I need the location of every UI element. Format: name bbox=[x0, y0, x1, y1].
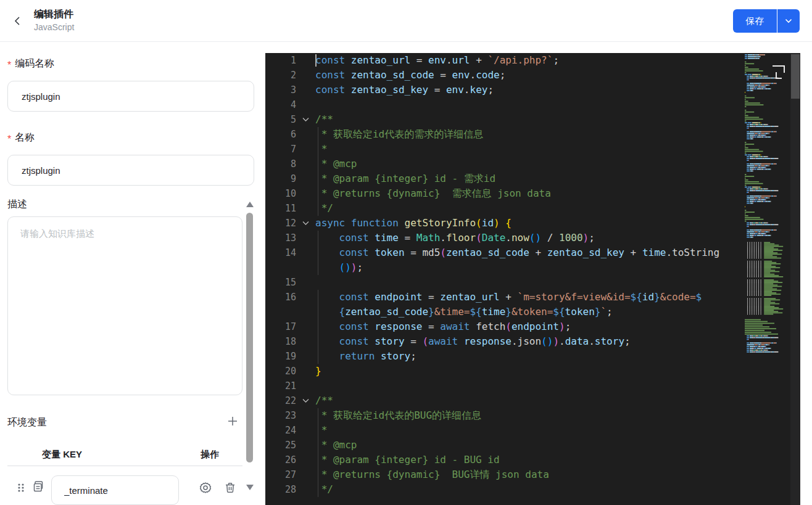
code-line[interactable]: 17 const response = await fetch(endpoint… bbox=[265, 319, 800, 334]
code-line[interactable]: 5/** bbox=[265, 112, 800, 127]
code-text: * @mcp bbox=[315, 438, 357, 453]
line-number: 14 bbox=[265, 245, 296, 260]
code-line[interactable]: 22/** bbox=[265, 393, 800, 408]
code-line[interactable]: 7 * bbox=[265, 142, 800, 157]
code-text: const zentao_sd_key = env.key; bbox=[315, 83, 494, 97]
page-subtitle: JavaScript bbox=[34, 21, 74, 33]
code-line[interactable]: 27 * @returns {dynamic} BUG详情 json data bbox=[265, 467, 800, 482]
env-var-key-input[interactable] bbox=[51, 475, 179, 505]
code-text: * @mcp bbox=[315, 157, 357, 171]
line-number: 15 bbox=[265, 275, 296, 290]
line-number: 24 bbox=[265, 423, 296, 438]
line-number: 3 bbox=[265, 83, 296, 97]
name-input[interactable] bbox=[7, 155, 254, 186]
line-number: 25 bbox=[265, 438, 296, 453]
table-divider bbox=[7, 466, 242, 466]
fold-chevron-icon[interactable] bbox=[296, 393, 315, 408]
fold-chevron-icon[interactable] bbox=[296, 112, 315, 127]
settings-button[interactable] bbox=[198, 481, 213, 496]
code-text: ()); bbox=[315, 260, 363, 275]
fold-gutter bbox=[296, 319, 315, 334]
code-line[interactable]: 26 * @param {integer} id - BUG id bbox=[265, 453, 800, 467]
code-text: */ bbox=[315, 201, 333, 216]
code-line[interactable]: 9 * @param {integer} id - 需求id bbox=[265, 171, 800, 186]
plugin-form-panel: * 编码名称 * 名称 描述 环境变量 变量 KEY 操作 bbox=[0, 42, 265, 505]
code-line[interactable]: 2const zentao_sd_code = env.code; bbox=[265, 68, 800, 83]
code-line[interactable]: 20} bbox=[265, 364, 800, 379]
header: 编辑插件 JavaScript 保存 bbox=[0, 0, 812, 42]
code-text: const time = Math.floor(Date.now() / 100… bbox=[315, 231, 595, 245]
fold-gutter bbox=[296, 408, 315, 423]
minimap-viewport-bracket bbox=[776, 72, 782, 79]
back-button[interactable] bbox=[10, 14, 26, 30]
delete-button[interactable] bbox=[223, 481, 238, 496]
code-line[interactable]: 8 * @mcp bbox=[265, 157, 800, 171]
code-line[interactable]: 15 bbox=[265, 275, 800, 290]
line-number: 12 bbox=[265, 216, 296, 231]
line-number: 7 bbox=[265, 142, 296, 157]
line-number: 2 bbox=[265, 68, 296, 83]
editor-minimap[interactable] bbox=[744, 53, 790, 505]
code-line[interactable]: {zentao_sd_code}&time=${time}&token=${to… bbox=[265, 305, 800, 319]
copy-button[interactable] bbox=[31, 480, 46, 495]
code-text: * @param {integer} id - 需求id bbox=[315, 171, 495, 186]
fold-gutter bbox=[296, 275, 315, 290]
scrollbar-thumb[interactable] bbox=[246, 213, 253, 462]
column-header-actions: 操作 bbox=[201, 449, 219, 461]
line-number: 18 bbox=[265, 334, 296, 349]
code-text: const token = md5(zentao_sd_code + zenta… bbox=[315, 245, 719, 260]
line-number: 17 bbox=[265, 319, 296, 334]
code-line[interactable]: 3const zentao_sd_key = env.key; bbox=[265, 83, 800, 97]
code-text: const zentao_url = env.url + `/api.php?`… bbox=[315, 53, 559, 68]
code-text: const endpoint = zentao_url + `m=story&f… bbox=[315, 290, 702, 305]
column-header-key: 变量 KEY bbox=[42, 449, 82, 461]
code-line[interactable]: 13 const time = Math.floor(Date.now() / … bbox=[265, 231, 800, 245]
fold-gutter bbox=[296, 157, 315, 171]
line-number: 1 bbox=[265, 53, 296, 68]
required-asterisk: * bbox=[7, 134, 11, 145]
code-line[interactable]: 4 bbox=[265, 97, 800, 112]
scroll-down-arrow[interactable] bbox=[246, 485, 254, 490]
form-scrollbar[interactable] bbox=[245, 199, 254, 505]
code-line[interactable]: 6 * 获取给定id代表的需求的详细信息 bbox=[265, 127, 800, 142]
drag-handle[interactable] bbox=[14, 481, 28, 496]
code-line[interactable]: 19 return story; bbox=[265, 349, 800, 364]
code-line[interactable]: 28 */ bbox=[265, 482, 800, 497]
line-number: 6 bbox=[265, 127, 296, 142]
code-line[interactable]: 1const zentao_url = env.url + `/api.php?… bbox=[265, 53, 800, 68]
code-line[interactable]: 16 const endpoint = zentao_url + `m=stor… bbox=[265, 290, 800, 305]
fold-gutter bbox=[296, 260, 315, 275]
code-line[interactable]: 14 const token = md5(zentao_sd_code + ze… bbox=[265, 245, 800, 260]
code-text: * @param {integer} id - BUG id bbox=[315, 453, 500, 467]
line-number: 23 bbox=[265, 408, 296, 423]
add-env-var-button[interactable] bbox=[225, 414, 240, 429]
fold-gutter bbox=[296, 68, 315, 83]
line-number: 27 bbox=[265, 467, 296, 482]
code-name-input[interactable] bbox=[7, 81, 254, 112]
line-number: 20 bbox=[265, 364, 296, 379]
code-line[interactable]: 23 * 获取给定id代表的BUG的详细信息 bbox=[265, 408, 800, 423]
code-line[interactable]: 18 const story = (await response.json())… bbox=[265, 334, 800, 349]
required-asterisk: * bbox=[7, 60, 11, 71]
code-line[interactable]: ()); bbox=[265, 260, 800, 275]
copy-icon bbox=[31, 480, 45, 493]
editor-scrollbar-thumb[interactable] bbox=[791, 54, 800, 99]
editor-scrollbar[interactable] bbox=[790, 53, 800, 505]
code-line[interactable]: 10 * @returns {dynamic} 需求信息 json data bbox=[265, 186, 800, 201]
scroll-up-arrow[interactable] bbox=[246, 202, 254, 207]
code-text: * bbox=[315, 423, 327, 438]
fold-chevron-icon[interactable] bbox=[296, 216, 315, 231]
description-textarea[interactable] bbox=[7, 216, 242, 395]
fold-gutter bbox=[296, 305, 315, 319]
code-line[interactable]: 25 * @mcp bbox=[265, 438, 800, 453]
code-line[interactable]: 12async function getStoryInfo(id) { bbox=[265, 216, 800, 231]
save-button[interactable]: 保存 bbox=[733, 9, 777, 33]
save-dropdown-button[interactable] bbox=[777, 9, 800, 33]
code-line[interactable]: 24 * bbox=[265, 423, 800, 438]
code-text: * @returns {dynamic} 需求信息 json data bbox=[315, 186, 551, 201]
code-line[interactable]: 11 */ bbox=[265, 201, 800, 216]
code-area[interactable]: 1const zentao_url = env.url + `/api.php?… bbox=[265, 53, 800, 497]
fold-gutter bbox=[296, 245, 315, 260]
code-line[interactable]: 21 bbox=[265, 379, 800, 393]
plus-icon bbox=[227, 416, 238, 427]
